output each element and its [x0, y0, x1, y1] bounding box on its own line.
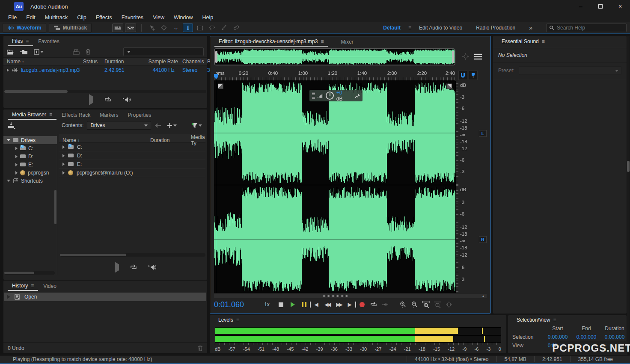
col-name[interactable]: Name ↑ — [7, 59, 83, 65]
marker-button[interactable] — [469, 71, 478, 80]
file-row[interactable]: lizogub...ensdej-mp3.mp3 2:42.951 44100 … — [3, 66, 207, 74]
loop-playback-button[interactable] — [368, 302, 379, 308]
rewind-button[interactable]: ◀◀ — [321, 302, 333, 308]
multitrack-mode-button[interactable]: Multitrack — [49, 23, 92, 33]
media-autoplay-button[interactable] — [148, 264, 156, 270]
search-help-input[interactable] — [557, 25, 624, 31]
selection-view-menu-icon[interactable]: ≡ — [553, 317, 556, 323]
close-button[interactable]: × — [610, 0, 630, 13]
menu-multitrack[interactable]: Multitrack — [40, 15, 72, 21]
media-row-d[interactable]: D: — [59, 151, 205, 160]
workspace-radio-production[interactable]: Radio Production — [470, 25, 521, 31]
selection-duration[interactable]: 0:00.000 — [600, 334, 629, 340]
history-panel-menu-icon[interactable]: ≡ — [31, 283, 34, 289]
pause-button[interactable] — [298, 302, 310, 307]
zoom-out-time-button[interactable] — [408, 301, 420, 308]
media-col-media-type[interactable]: Media Ty — [191, 134, 205, 146]
minimize-button[interactable]: – — [571, 0, 591, 13]
workspace-edit-audio-to-video[interactable]: Edit Audio to Video — [413, 25, 468, 31]
selection-end[interactable]: 0:00.000 — [572, 334, 600, 340]
tab-editor[interactable]: Editor: lizogub-devochka-uensdej-mp3.mp3… — [214, 37, 328, 47]
files-panel-menu-icon[interactable]: ≡ — [26, 38, 29, 44]
selection-start[interactable]: 0:00.000 — [543, 334, 572, 340]
record-button[interactable] — [356, 302, 368, 307]
maximize-button[interactable] — [591, 0, 610, 13]
expand-icon[interactable] — [7, 68, 9, 72]
media-col-name[interactable]: Name ↑ — [62, 137, 150, 143]
tab-mixer[interactable]: Mixer — [336, 37, 357, 46]
workspace-default[interactable]: Default — [377, 25, 407, 31]
col-channels[interactable]: Channels — [182, 59, 207, 65]
contents-dropdown[interactable]: Drives — [87, 121, 151, 130]
search-help-box[interactable] — [546, 24, 627, 32]
right-channel-badge[interactable]: R — [479, 236, 487, 243]
workspace-menu-icon[interactable]: ≡ — [408, 25, 411, 31]
tab-history[interactable]: History≡ — [8, 281, 38, 291]
fade-out-handle[interactable] — [446, 83, 452, 89]
files-search-input[interactable] — [132, 49, 208, 55]
zoom-in-time-button[interactable] — [397, 301, 408, 308]
tree-item-d-drive[interactable]: D: — [3, 152, 57, 160]
media-import-button[interactable] — [8, 122, 15, 129]
media-filter-button[interactable] — [191, 123, 202, 128]
skip-to-end-button[interactable]: ▶ — [345, 302, 356, 308]
tab-markers[interactable]: Markers — [95, 110, 122, 119]
app-vscrollbar[interactable] — [627, 36, 630, 353]
waveform-mode-button[interactable]: Waveform — [3, 23, 46, 33]
tab-properties[interactable]: Properties — [124, 110, 156, 119]
save-icon[interactable] — [73, 49, 80, 55]
media-row-c[interactable]: C: — [59, 143, 205, 151]
files-play-button[interactable] — [89, 97, 93, 103]
fast-forward-button[interactable]: ▶▶ — [333, 302, 345, 308]
media-row-network[interactable]: pcprogsnet@mail.ru (O:) — [59, 169, 205, 177]
media-tree-vscrollbar[interactable] — [54, 190, 56, 224]
zoom-reset-button[interactable] — [443, 301, 455, 308]
tree-item-network-drive[interactable]: pcprogsn — [3, 169, 57, 177]
playhead[interactable] — [216, 70, 216, 293]
tree-item-drives[interactable]: Drives — [3, 136, 57, 144]
menu-view[interactable]: View — [148, 15, 169, 21]
zoom-out-full-button[interactable] — [431, 301, 443, 308]
editor-panel-menu-icon[interactable]: ≡ — [321, 38, 324, 44]
move-tool[interactable] — [147, 24, 157, 32]
time-selection-tool[interactable]: I — [183, 24, 193, 32]
media-list-hscrollbar[interactable] — [60, 253, 205, 257]
files-search-box[interactable] — [123, 47, 204, 56]
workspace-overflow-chevrons[interactable]: » — [523, 24, 538, 31]
media-play-button[interactable] — [115, 264, 119, 270]
menu-effects[interactable]: Effects — [91, 15, 117, 21]
lasso-selection-tool[interactable] — [207, 24, 217, 32]
history-entry-open[interactable]: Open — [4, 293, 206, 301]
razor-tool[interactable] — [159, 24, 169, 32]
hud-volume-value[interactable]: +0 — [336, 90, 342, 96]
menu-favorites[interactable]: Favorites — [117, 15, 148, 21]
marquee-selection-tool[interactable] — [195, 24, 205, 32]
preset-dropdown[interactable] — [519, 66, 621, 75]
play-button[interactable] — [287, 302, 298, 307]
new-media-button[interactable] — [34, 49, 44, 55]
playback-time[interactable]: 0:01.060 — [214, 300, 261, 309]
import-file-icon[interactable] — [20, 49, 28, 55]
menu-file[interactable]: File — [3, 15, 21, 21]
tree-item-e-drive[interactable]: E: — [3, 160, 57, 169]
playback-speed[interactable]: 1x — [261, 302, 273, 308]
media-col-duration[interactable]: Duration — [150, 137, 191, 143]
left-channel-badge[interactable]: L — [479, 130, 487, 137]
menu-window[interactable]: Window — [169, 15, 197, 21]
files-autoplay-button[interactable] — [122, 97, 131, 103]
slip-tool[interactable]: ↔ — [171, 24, 181, 32]
col-duration[interactable]: Duration — [104, 59, 139, 65]
hud-grip[interactable] — [312, 92, 315, 99]
tab-selection-view[interactable]: Selection/View≡ — [512, 316, 561, 324]
media-back-button[interactable] — [155, 123, 161, 128]
overview-left-handle[interactable] — [215, 51, 217, 63]
snap-toggle-button[interactable] — [458, 71, 467, 80]
col-sample-rate[interactable]: Sample Rate — [139, 59, 182, 65]
media-panel-menu-icon[interactable]: ≡ — [49, 112, 52, 118]
media-loop-button[interactable] — [130, 264, 137, 270]
spectral-view-button[interactable] — [125, 24, 136, 32]
zoom-navigate-icon[interactable] — [462, 53, 470, 60]
media-tree-hscrollbar[interactable] — [4, 271, 55, 275]
skip-selection-button[interactable] — [379, 302, 391, 307]
spot-healing-tool[interactable] — [231, 24, 241, 32]
